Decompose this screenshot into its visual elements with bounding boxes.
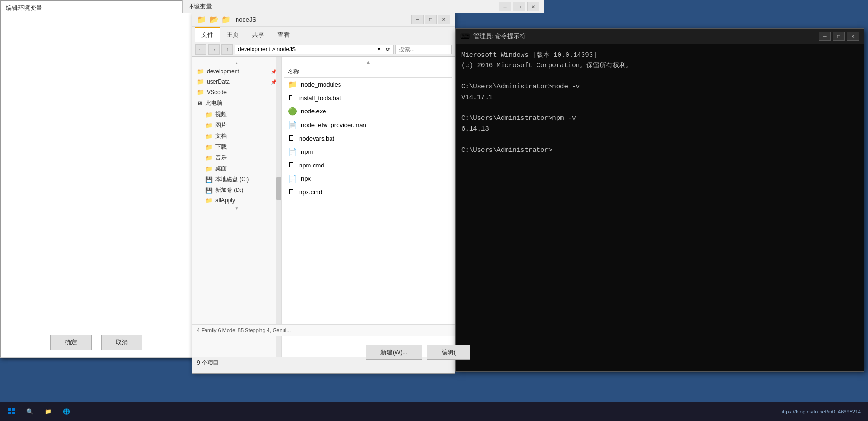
ribbon-tabs: 文件 主页 共享 查看 — [192, 27, 455, 42]
nav-item-docs[interactable]: 📁 文档 — [192, 131, 281, 142]
file-item-4[interactable]: 🗒 nodevars.bat — [284, 132, 452, 145]
file-item-6[interactable]: 🗒 npm.cmd — [284, 159, 452, 172]
taskbar-ie[interactable]: 🌐 — [58, 406, 75, 417]
nav-item-dl-label: 下载 — [215, 143, 227, 151]
search-input[interactable] — [395, 45, 452, 54]
cmd-content[interactable]: Microsoft Windows [版本 10.0.14393] (c) 20… — [456, 44, 864, 370]
explorer-folder-icon-1: 📁 — [197, 15, 206, 24]
env-var-cancel-btn[interactable]: 取消 — [101, 335, 142, 350]
folder-icon-vid: 📁 — [205, 111, 213, 118]
nav-item-VScode[interactable]: 📁 VScode — [192, 87, 281, 97]
nav-item-vsc-label: VScode — [207, 89, 227, 95]
nav-scroll-down[interactable]: ▼ — [192, 205, 281, 212]
cmd-line-9: C:\Users\Administrator> — [461, 145, 858, 155]
nav-item-music[interactable]: 📁 音乐 — [192, 152, 281, 163]
file-item-3[interactable]: 📄 node_etw_provider.man — [284, 118, 452, 132]
explorer-new-btn[interactable]: 新建(W)... — [366, 345, 422, 360]
explorer-maximize[interactable]: □ — [425, 15, 437, 24]
taskbar-right: https://blog.csdn.net/m0_46698214 — [780, 409, 866, 414]
explorer-folder-icon-2: 📂 — [209, 15, 219, 24]
file-icon-0: 📁 — [288, 80, 297, 89]
sys-info-line1: 4 Family 6 Model 85 Stepping 4, Genui... — [197, 327, 450, 333]
nav-item-computer-label: 此电脑 — [205, 99, 222, 107]
nav-item-ud-label: userData — [207, 79, 230, 85]
folder-icon-pic: 📁 — [205, 122, 213, 129]
nav-item-videos[interactable]: 📁 视频 — [192, 109, 281, 120]
taskbar-items: 🔍 📁 🌐 — [2, 405, 75, 419]
file-name-2: node.exe — [301, 108, 326, 115]
explorer-body: ▲ 📁 development 📌 📁 userData 📌 📁 VScode … — [192, 57, 455, 357]
ribbon-tab-home[interactable]: 主页 — [220, 27, 245, 42]
folder-icon-dl: 📁 — [205, 144, 213, 151]
nav-item-diskD-label: 新加卷 (D:) — [215, 186, 243, 194]
nav-item-allApply-label: allApply — [215, 197, 235, 204]
env-var-ok-btn[interactable]: 确定 — [50, 335, 92, 350]
pin-icon-dev: 📌 — [271, 69, 276, 74]
nav-item-userData[interactable]: 📁 userData 📌 — [192, 77, 281, 87]
explorer-edit-btn[interactable]: 编辑( — [427, 345, 470, 360]
address-refresh[interactable]: ⟳ — [386, 46, 390, 53]
svg-rect-0 — [8, 408, 11, 411]
nav-item-diskD[interactable]: 💾 新加卷 (D:) — [192, 185, 281, 196]
explorer-folder-icon-3: 📁 — [221, 15, 231, 24]
nav-scrollbar[interactable] — [276, 57, 281, 357]
taskbar-start[interactable] — [2, 405, 20, 419]
disk-icon-d: 💾 — [205, 187, 213, 194]
nav-item-desk-label: 桌面 — [215, 165, 227, 173]
cmd-close[interactable]: ✕ — [847, 32, 859, 41]
explorer-title-text: nodeJS — [236, 16, 256, 23]
env-top-maximize[interactable]: □ — [513, 2, 525, 11]
file-name-1: install_tools.bat — [299, 95, 341, 102]
ribbon: 文件 主页 共享 查看 — [192, 27, 455, 42]
folder-icon-doc: 📁 — [205, 133, 213, 140]
address-path[interactable]: development > nodeJS ▼ ⟳ — [235, 45, 394, 54]
env-top-close[interactable]: ✕ — [527, 2, 539, 11]
disk-icon-c: 💾 — [205, 176, 213, 183]
nav-section-computer[interactable]: 🖥 此电脑 — [192, 97, 281, 109]
nav-scroll-up[interactable]: ▲ — [192, 59, 281, 66]
ribbon-tab-view[interactable]: 查看 — [271, 27, 296, 42]
cmd-line-4: v14.17.1 — [461, 92, 858, 103]
nav-item-downloads[interactable]: 📁 下载 — [192, 142, 281, 152]
env-var-window: 编辑环境变量 %SystemRoot%\system32 %SystemRoot… — [0, 0, 193, 357]
nav-item-allApply[interactable]: 📁 allApply — [192, 196, 281, 205]
file-name-4: nodevars.bat — [299, 135, 334, 142]
nav-item-pictures[interactable]: 📁 图片 — [192, 120, 281, 131]
nav-item-diskC[interactable]: 💾 本地磁盘 (C:) — [192, 174, 281, 185]
address-dropdown[interactable]: ▼ — [376, 46, 382, 53]
nav-back[interactable]: ← — [195, 44, 206, 55]
cmd-maximize[interactable]: □ — [833, 32, 845, 41]
cmd-title-text: 管理员: 命令提示符 — [473, 32, 526, 40]
nav-tree: ▲ 📁 development 📌 📁 userData 📌 📁 VScode … — [192, 57, 282, 357]
taskbar-search[interactable]: 🔍 — [21, 406, 39, 417]
file-name-3: node_etw_provider.man — [301, 121, 366, 128]
nav-forward[interactable]: → — [208, 44, 220, 55]
taskbar-url: https://blog.csdn.net/m0_46698214 — [780, 409, 861, 414]
nav-item-desktop[interactable]: 📁 桌面 — [192, 163, 281, 174]
cmd-minimize[interactable]: ─ — [819, 32, 831, 41]
file-item-1[interactable]: 🗒 install_tools.bat — [284, 91, 452, 104]
file-icon-8: 🗒 — [288, 188, 295, 196]
ribbon-tab-share[interactable]: 共享 — [245, 27, 271, 42]
file-name-6: npm.cmd — [299, 162, 324, 169]
file-icon-3: 📄 — [288, 120, 297, 129]
cmd-line-0: Microsoft Windows [版本 10.0.14393] — [461, 50, 858, 60]
file-scroll-up[interactable]: ▲ — [284, 59, 452, 64]
explorer-close[interactable]: ✕ — [438, 15, 450, 24]
file-item-8[interactable]: 🗒 npx.cmd — [284, 185, 452, 199]
taskbar-file-explorer[interactable]: 📁 — [39, 406, 57, 417]
file-item-5[interactable]: 📄 npm — [284, 145, 452, 159]
folder-icon-ud: 📁 — [197, 79, 204, 85]
nav-item-development[interactable]: 📁 development 📌 — [192, 66, 281, 77]
explorer-minimize[interactable]: ─ — [411, 15, 424, 24]
file-item-7[interactable]: 📄 npx — [284, 172, 452, 185]
ribbon-tab-file[interactable]: 文件 — [195, 27, 220, 42]
cmd-app-icon: ⌨ — [460, 32, 470, 40]
env-top-minimize[interactable]: ─ — [499, 2, 511, 11]
file-item-0[interactable]: 📁 node_modules — [284, 78, 452, 91]
cmd-title-bar: ⌨ 管理员: 命令提示符 ─ □ ✕ — [456, 29, 864, 44]
nav-up[interactable]: ↑ — [221, 44, 233, 55]
explorer-window-controls: ─ □ ✕ — [411, 15, 450, 24]
nav-scrollbar-thumb[interactable] — [276, 177, 281, 200]
file-item-2[interactable]: 🟢 node.exe — [284, 104, 452, 118]
